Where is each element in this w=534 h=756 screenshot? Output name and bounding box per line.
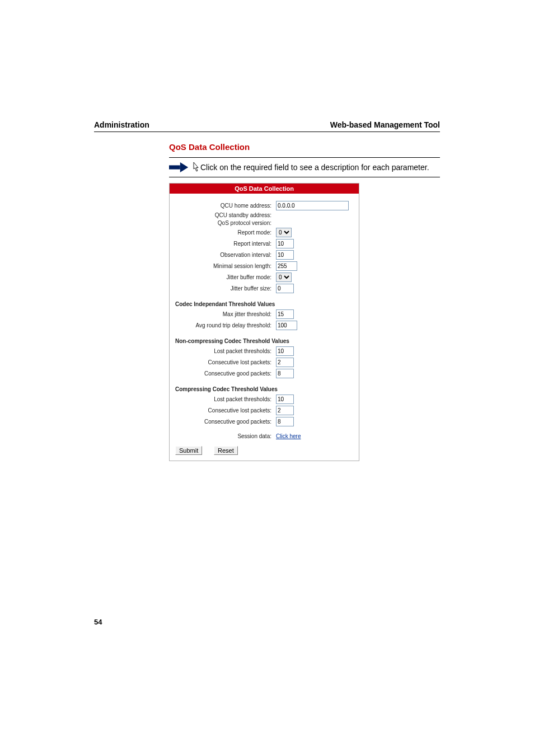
header-right: Web-based Management Tool bbox=[330, 120, 440, 129]
input-max-jitter-threshold[interactable] bbox=[276, 309, 294, 319]
input-report-interval[interactable] bbox=[276, 239, 294, 248]
page-number: 54 bbox=[94, 618, 534, 626]
select-jitter-buffer-mode[interactable]: 0 bbox=[276, 273, 292, 282]
label-observation-interval: Observation interval: bbox=[175, 252, 276, 258]
label-c-consecutive-good: Consecutive good packets: bbox=[175, 419, 276, 425]
section-title: QoS Data Collection bbox=[169, 142, 440, 152]
callout: Click on the required field to see a des… bbox=[169, 157, 440, 177]
input-c-consecutive-lost[interactable] bbox=[276, 406, 294, 415]
svg-rect-0 bbox=[169, 165, 180, 169]
input-c-consecutive-good[interactable] bbox=[276, 417, 294, 426]
header-left: Administration bbox=[94, 120, 149, 129]
input-qcu-home-address[interactable] bbox=[276, 201, 349, 210]
label-minimal-session-length: Minimal session length: bbox=[175, 263, 276, 269]
select-report-mode[interactable]: 0 bbox=[276, 228, 292, 237]
label-max-jitter-threshold: Max jitter threshold: bbox=[175, 311, 276, 317]
arrow-icon bbox=[169, 161, 189, 173]
input-nc-lost-packet-thresholds[interactable] bbox=[276, 346, 294, 356]
label-avg-round-trip-delay: Avg round trip delay threshold: bbox=[175, 322, 276, 328]
label-c-consecutive-lost: Consecutive lost packets: bbox=[175, 407, 276, 414]
input-nc-consecutive-lost[interactable] bbox=[276, 358, 294, 367]
callout-text: Click on the required field to see a des… bbox=[200, 163, 429, 172]
svg-marker-1 bbox=[180, 162, 188, 172]
submit-button[interactable]: Submit bbox=[175, 446, 202, 455]
panel-header: QoS Data Collection bbox=[170, 184, 359, 194]
input-jitter-buffer-size[interactable] bbox=[276, 284, 294, 293]
qos-panel: QoS Data Collection QCU home address: QC… bbox=[169, 183, 359, 461]
input-minimal-session-length[interactable] bbox=[276, 261, 297, 271]
reset-button[interactable]: Reset bbox=[214, 446, 238, 455]
label-jitter-buffer-size: Jitter buffer size: bbox=[175, 285, 276, 292]
input-nc-consecutive-good[interactable] bbox=[276, 369, 294, 378]
input-observation-interval[interactable] bbox=[276, 250, 294, 260]
link-session-data[interactable]: Click here bbox=[276, 433, 301, 439]
label-report-mode: Report mode: bbox=[175, 229, 276, 236]
pointer-icon bbox=[191, 162, 200, 173]
heading-compressing: Compressing Codec Threshold Values bbox=[175, 386, 353, 392]
label-report-interval: Report interval: bbox=[175, 241, 276, 247]
label-session-data: Session data: bbox=[175, 433, 276, 439]
input-avg-round-trip-delay[interactable] bbox=[276, 321, 297, 330]
label-qcu-standby-address: QCU standby address: bbox=[175, 212, 276, 218]
label-qcu-home-address: QCU home address: bbox=[175, 203, 276, 209]
heading-codec-independent: Codec Independant Threshold Values bbox=[175, 301, 353, 307]
label-nc-consecutive-good: Consecutive good packets: bbox=[175, 370, 276, 377]
label-jitter-buffer-mode: Jitter buffer mode: bbox=[175, 274, 276, 280]
label-c-lost-packet-thresholds: Lost packet thresholds: bbox=[175, 396, 276, 402]
label-qos-protocol-version: QoS protocol version: bbox=[175, 220, 276, 226]
label-nc-consecutive-lost: Consecutive lost packets: bbox=[175, 359, 276, 365]
heading-non-compressing: Non-compressing Codec Threshold Values bbox=[175, 338, 353, 344]
input-c-lost-packet-thresholds[interactable] bbox=[276, 395, 294, 404]
label-nc-lost-packet-thresholds: Lost packet thresholds: bbox=[175, 348, 276, 354]
